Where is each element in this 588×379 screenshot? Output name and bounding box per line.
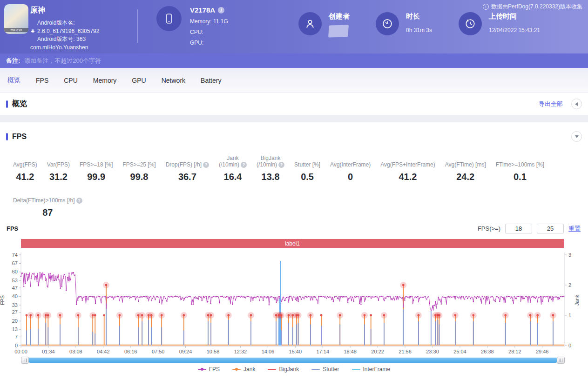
metric-label: BigJank: [261, 155, 281, 161]
svg-text:33: 33: [12, 302, 18, 308]
svg-text:27: 27: [12, 309, 18, 315]
collapse-fps-button[interactable]: [571, 131, 582, 142]
fps-section: FPS Avg(FPS)41.2Var(FPS)31.2FPS>=18 [%]9…: [0, 122, 588, 372]
legend-jank[interactable]: Jank: [232, 366, 255, 372]
svg-text:13: 13: [12, 326, 18, 332]
metric-label: Avg(FPS+InterFrame): [380, 161, 435, 168]
upload-time-label: 上传时间: [489, 12, 540, 21]
tab-概览[interactable]: 概览: [7, 76, 20, 85]
svg-text:09:24: 09:24: [179, 349, 192, 354]
legend-stutter[interactable]: Stutter: [311, 366, 339, 372]
metric: Avg(FTime) [ms]24.2: [445, 154, 486, 182]
metric-value: 36.7: [166, 172, 209, 182]
svg-text:0: 0: [568, 343, 571, 348]
legend-label: FPS: [209, 366, 220, 372]
fps-metrics-row: Avg(FPS)41.2Var(FPS)31.2FPS>=18 [%]99.9F…: [13, 154, 588, 182]
android-version-name-label: Android版本名:: [30, 19, 99, 27]
metric: Var(FPS)31.2: [47, 154, 70, 182]
legend-marker: [352, 369, 360, 370]
app-icon: miHoYo: [4, 4, 28, 34]
metric-label: Var(FPS): [47, 161, 70, 168]
creator-label: 创建者: [329, 12, 350, 21]
svg-text:74: 74: [12, 252, 18, 258]
chevron-down-icon: [575, 135, 579, 140]
help-icon[interactable]: ?: [203, 162, 209, 168]
export-all-link[interactable]: 导出全部: [539, 100, 563, 108]
svg-text:15:40: 15:40: [289, 349, 302, 354]
chart-annotation-label: label1: [21, 239, 564, 248]
tab-Memory[interactable]: Memory: [93, 77, 117, 84]
svg-text:53: 53: [12, 278, 18, 283]
svg-text:7: 7: [15, 334, 18, 339]
scrollbar-right-handle[interactable]: [557, 357, 565, 364]
android-icon: [30, 28, 35, 34]
tab-Network[interactable]: Network: [162, 77, 185, 84]
legend-fps[interactable]: FPS: [198, 366, 220, 372]
metric-value: 13.8: [257, 172, 284, 182]
svg-text:29:46: 29:46: [536, 349, 549, 354]
metric-value: 99.8: [122, 172, 155, 182]
chevron-left-icon: [573, 102, 578, 106]
metric-label: (/10min): [219, 161, 239, 168]
reset-link[interactable]: 重置: [568, 225, 581, 233]
svg-text:20:22: 20:22: [371, 349, 384, 354]
svg-text:47: 47: [12, 285, 18, 291]
svg-text:17:14: 17:14: [316, 349, 329, 354]
metric: FPS>=25 [%]99.8: [122, 154, 155, 182]
metric: Jank(/10min)?16.4: [219, 154, 247, 182]
help-icon[interactable]: ?: [241, 162, 247, 168]
tab-CPU[interactable]: CPU: [64, 77, 78, 84]
fps-chart[interactable]: 0713202733404753606774012300:0001:3403:0…: [0, 249, 588, 355]
legend-interframe[interactable]: InterFrame: [352, 366, 391, 372]
svg-text:2: 2: [568, 282, 571, 288]
svg-text:67: 67: [12, 260, 18, 266]
metric-label: Drop(FPS) [/h]: [166, 161, 202, 168]
fps-threshold-max-input[interactable]: [537, 224, 564, 233]
metric-label: Jank: [227, 155, 238, 161]
upload-icon-circle: [459, 12, 482, 35]
app-title: 原神: [30, 6, 99, 15]
tab-FPS[interactable]: FPS: [36, 77, 48, 84]
help-icon[interactable]: ?: [76, 198, 82, 204]
svg-text:20: 20: [12, 318, 18, 324]
metric-label: Avg(FTime) [ms]: [445, 161, 486, 168]
chart-title: FPS: [7, 225, 18, 232]
svg-text:1: 1: [568, 313, 571, 318]
metric-label: (/10min): [257, 161, 277, 168]
metric-value: 0: [330, 172, 371, 182]
device-info-icon[interactable]: i: [218, 7, 224, 13]
svg-text:Jank: Jank: [574, 294, 580, 306]
svg-text:06:16: 06:16: [124, 349, 137, 354]
upload-time-value: 12/04/2022 15:43:21: [489, 27, 540, 33]
scrollbar-track[interactable]: [29, 358, 557, 363]
help-icon[interactable]: ?: [278, 162, 284, 168]
app-package: com.miHoYo.Yuanshen: [30, 44, 99, 52]
perfdog-version-note: i 数据由PerfDog(7.0.220332)版本收集: [483, 3, 582, 11]
header-divider: [137, 9, 138, 43]
legend-marker: [268, 369, 276, 370]
scrollbar-left-handle[interactable]: [21, 357, 29, 364]
svg-text:10:58: 10:58: [207, 349, 220, 354]
note-label: 备注:: [6, 57, 20, 65]
svg-text:40: 40: [12, 293, 18, 299]
fps-threshold-min-input[interactable]: [505, 224, 532, 233]
note-input[interactable]: 备注: 添加备注，不超过200个字符: [0, 53, 588, 68]
accent-bar: [6, 100, 8, 108]
metric-label: Delta(FTime)>100ms [/h]: [13, 197, 75, 204]
chart-legend: FPSJankBigJankStutterInterFrame: [0, 366, 588, 372]
legend-label: InterFrame: [363, 366, 391, 372]
svg-text:3: 3: [568, 252, 571, 258]
metric-label: Avg(InterFrame): [330, 161, 371, 168]
collapse-overview-button[interactable]: [571, 99, 582, 109]
tab-GPU[interactable]: GPU: [132, 77, 146, 84]
metric-value: 41.2: [380, 172, 435, 182]
overview-section-header: 概览 导出全部: [0, 93, 588, 115]
metric-value: 87: [13, 207, 82, 218]
tab-Battery[interactable]: Battery: [201, 77, 221, 84]
legend-label: Jank: [243, 366, 255, 372]
device-cpu: CPU:: [190, 29, 228, 35]
svg-text:14:06: 14:06: [262, 349, 275, 354]
svg-text:03:08: 03:08: [69, 349, 82, 354]
legend-bigjank[interactable]: BigJank: [268, 366, 299, 372]
duration-value: 0h 31m 3s: [406, 27, 432, 33]
